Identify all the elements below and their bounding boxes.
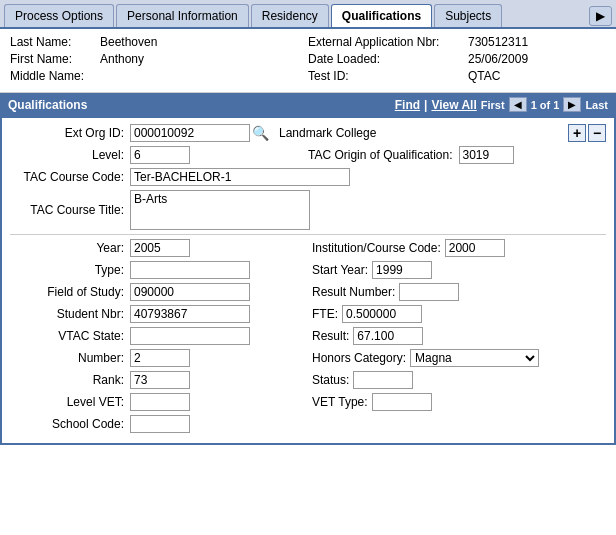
result-row: Result: xyxy=(312,327,606,345)
last-label: Last xyxy=(585,99,608,111)
section-nav: Find | View All First ◀ 1 of 1 ▶ Last xyxy=(395,97,608,112)
rank-row: Rank: xyxy=(10,371,304,389)
fte-input[interactable] xyxy=(342,305,422,323)
ext-app-nbr-value: 730512311 xyxy=(468,35,528,49)
section-header: Qualifications Find | View All First ◀ 1… xyxy=(0,93,616,116)
tac-origin-input[interactable] xyxy=(459,146,514,164)
type-input[interactable] xyxy=(130,261,250,279)
fte-row: FTE: xyxy=(312,305,606,323)
tac-course-title-label: TAC Course Title: xyxy=(10,203,130,217)
start-year-label: Start Year: xyxy=(312,263,372,277)
field-of-study-row: Field of Study: xyxy=(10,283,304,301)
tab-scroll-arrow[interactable]: ▶ xyxy=(589,6,612,26)
level-vet-label: Level VET: xyxy=(10,395,130,409)
nav-separator: | xyxy=(424,98,427,112)
level-input[interactable] xyxy=(130,146,190,164)
add-remove-controls: + − xyxy=(568,124,606,142)
tab-process-options[interactable]: Process Options xyxy=(4,4,114,27)
first-name-label: First Name: xyxy=(10,52,100,66)
vet-type-row: VET Type: xyxy=(312,393,606,411)
prev-page-button[interactable]: ◀ xyxy=(509,97,527,112)
vtac-state-row: VTAC State: xyxy=(10,327,304,345)
tac-course-code-row: TAC Course Code: xyxy=(10,168,606,186)
ext-app-nbr-label: External Application Nbr: xyxy=(308,35,468,49)
year-row: Year: xyxy=(10,239,304,257)
result-number-row: Result Number: xyxy=(312,283,606,301)
inst-course-code-label: Institution/Course Code: xyxy=(312,241,445,255)
tac-course-title-input[interactable]: B-Arts xyxy=(130,190,310,230)
ext-org-id-input[interactable] xyxy=(130,124,250,142)
honors-category-label: Honors Category: xyxy=(312,351,410,365)
header-info: Last Name: Beethoven External Applicatio… xyxy=(0,29,616,93)
last-name-value: Beethoven xyxy=(100,35,157,49)
org-name: Landmark College xyxy=(279,126,376,140)
view-all-link[interactable]: View All xyxy=(431,98,476,112)
ext-org-id-row: Ext Org ID: 🔍 Landmark College xyxy=(10,124,606,142)
inst-course-code-row: Institution/Course Code: xyxy=(312,239,606,257)
first-label: First xyxy=(481,99,505,111)
rank-input[interactable] xyxy=(130,371,190,389)
student-nbr-row: Student Nbr: xyxy=(10,305,304,323)
next-page-button[interactable]: ▶ xyxy=(563,97,581,112)
add-button[interactable]: + xyxy=(568,124,586,142)
student-nbr-input[interactable] xyxy=(130,305,250,323)
middle-name-label: Middle Name: xyxy=(10,69,100,83)
level-vet-row: Level VET: xyxy=(10,393,304,411)
number-label: Number: xyxy=(10,351,130,365)
page-info: 1 of 1 xyxy=(531,99,560,111)
field-of-study-input[interactable] xyxy=(130,283,250,301)
school-code-row: School Code: xyxy=(10,415,304,433)
status-input[interactable] xyxy=(353,371,413,389)
vet-type-label: VET Type: xyxy=(312,395,372,409)
fte-label: FTE: xyxy=(312,307,342,321)
field-of-study-label: Field of Study: xyxy=(10,285,130,299)
year-input[interactable] xyxy=(130,239,190,257)
level-vet-input[interactable] xyxy=(130,393,190,411)
type-row: Type: xyxy=(10,261,304,279)
inst-course-code-input[interactable] xyxy=(445,239,505,257)
date-loaded-value: 25/06/2009 xyxy=(468,52,528,66)
tab-personal-information[interactable]: Personal Information xyxy=(116,4,249,27)
number-row: Number: xyxy=(10,349,304,367)
tab-subjects[interactable]: Subjects xyxy=(434,4,502,27)
start-year-input[interactable] xyxy=(372,261,432,279)
find-link[interactable]: Find xyxy=(395,98,420,112)
student-nbr-label: Student Nbr: xyxy=(10,307,130,321)
tab-residency[interactable]: Residency xyxy=(251,4,329,27)
honors-category-select[interactable]: Magna Cum Laude Summa Cum Laude xyxy=(410,349,539,367)
date-loaded-label: Date Loaded: xyxy=(308,52,468,66)
type-label: Type: xyxy=(10,263,130,277)
ext-org-id-label: Ext Org ID: xyxy=(10,126,130,140)
result-number-input[interactable] xyxy=(399,283,459,301)
vtac-state-label: VTAC State: xyxy=(10,329,130,343)
year-label: Year: xyxy=(10,241,130,255)
rank-label: Rank: xyxy=(10,373,130,387)
ext-org-id-value: 🔍 Landmark College xyxy=(130,124,606,142)
result-number-label: Result Number: xyxy=(312,285,399,299)
remove-button[interactable]: − xyxy=(588,124,606,142)
qualifications-body: + − Ext Org ID: 🔍 Landmark College Level… xyxy=(0,116,616,445)
tac-origin-label: TAC Origin of Qualification: xyxy=(308,148,459,162)
result-input[interactable] xyxy=(353,327,423,345)
status-row: Status: xyxy=(312,371,606,389)
last-name-label: Last Name: xyxy=(10,35,100,49)
school-code-input[interactable] xyxy=(130,415,190,433)
ext-org-id-search-button[interactable]: 🔍 xyxy=(250,125,271,141)
tab-qualifications[interactable]: Qualifications xyxy=(331,4,432,27)
test-id-value: QTAC xyxy=(468,69,500,83)
vtac-state-input[interactable] xyxy=(130,327,250,345)
start-year-row: Start Year: xyxy=(312,261,606,279)
status-label: Status: xyxy=(312,373,353,387)
test-id-label: Test ID: xyxy=(308,69,468,83)
honors-category-row: Honors Category: Magna Cum Laude Summa C… xyxy=(312,349,606,367)
number-input[interactable] xyxy=(130,349,190,367)
level-label: Level: xyxy=(10,148,130,162)
tac-course-title-row: TAC Course Title: B-Arts xyxy=(10,190,606,230)
tab-bar: Process Options Personal Information Res… xyxy=(0,0,616,29)
result-label: Result: xyxy=(312,329,353,343)
first-name-value: Anthony xyxy=(100,52,144,66)
tac-course-code-input[interactable] xyxy=(130,168,350,186)
vet-type-input[interactable] xyxy=(372,393,432,411)
school-code-label: School Code: xyxy=(10,417,130,431)
section-title: Qualifications xyxy=(8,98,395,112)
